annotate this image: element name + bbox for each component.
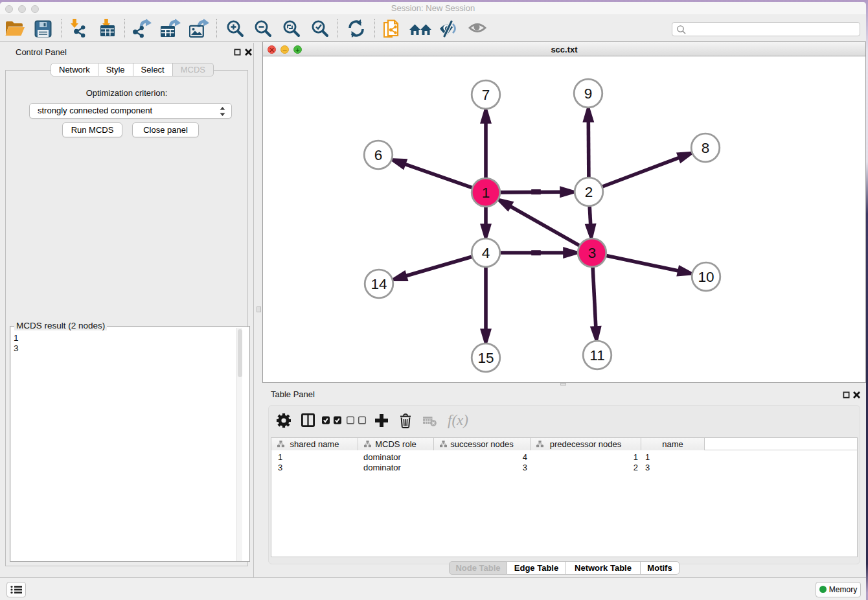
svg-text:6: 6 xyxy=(374,147,383,163)
svg-text:15: 15 xyxy=(477,350,494,366)
svg-text:2: 2 xyxy=(585,184,593,200)
svg-text:3: 3 xyxy=(588,245,597,261)
svg-text:1: 1 xyxy=(482,185,490,201)
svg-text:4: 4 xyxy=(482,245,490,261)
svg-text:14: 14 xyxy=(371,276,387,292)
svg-text:8: 8 xyxy=(702,140,710,156)
svg-text:11: 11 xyxy=(589,347,604,363)
svg-text:10: 10 xyxy=(698,269,714,285)
svg-text:7: 7 xyxy=(482,87,490,103)
svg-text:9: 9 xyxy=(584,86,593,102)
